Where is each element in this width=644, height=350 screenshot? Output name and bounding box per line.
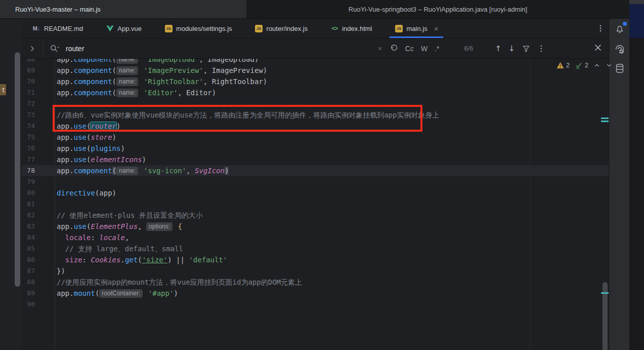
code-line-68[interactable]: 68app.component(name: 'ImageUpload', Ima… — [22, 59, 609, 65]
inspections-ok-indicator[interactable]: 2 — [575, 62, 588, 69]
search-input[interactable]: router — [66, 45, 84, 53]
code-token: 'Editor' — [144, 89, 178, 97]
search-match-marker[interactable] — [601, 118, 609, 119]
line-text: app.use(plugins) — [57, 143, 125, 154]
code-token: app. — [57, 89, 74, 97]
search-match-marker[interactable] — [601, 292, 609, 294]
tab-readme-md[interactable]: M↓README.md — [25, 19, 90, 38]
next-problem-icon[interactable] — [606, 62, 613, 69]
ai-assistant-icon[interactable] — [614, 43, 626, 55]
line-number[interactable]: 73 — [22, 109, 35, 121]
line-number[interactable]: 71 — [22, 87, 35, 98]
line-number[interactable]: 86 — [22, 254, 35, 265]
line-number[interactable]: 70 — [22, 76, 35, 87]
code-token: plugins — [91, 144, 120, 152]
line-number[interactable]: 74 — [22, 121, 35, 132]
line-text: }) — [57, 265, 65, 277]
database-icon[interactable] — [614, 62, 626, 74]
line-number[interactable]: 77 — [22, 154, 35, 165]
line-number[interactable]: 82 — [22, 210, 35, 221]
code-editor[interactable]: 68app.component(name: 'ImageUpload', Ima… — [22, 59, 610, 350]
code-line-81[interactable]: 81 — [22, 199, 609, 210]
code-line-86[interactable]: 86 size: Cookies.get('size') || 'default… — [22, 254, 609, 265]
warnings-count: 2 — [566, 62, 570, 69]
tab-modules-settings-js[interactable]: JSmodules/settings.js — [157, 19, 239, 38]
search-more-options-icon[interactable] — [537, 45, 545, 53]
code-token: directive — [57, 189, 95, 197]
expand-replace-chevron-icon[interactable] — [22, 38, 44, 58]
regex-toggle[interactable]: .* — [435, 45, 439, 53]
line-number[interactable]: 87 — [22, 265, 35, 277]
search-match-marker[interactable] — [601, 121, 609, 122]
code-line-83[interactable]: 83app.use(ElementPlus, options: { — [22, 221, 609, 232]
code-line-87[interactable]: 87}) — [22, 265, 609, 277]
line-number[interactable]: 69 — [22, 65, 35, 76]
code-line-76[interactable]: 76app.use(plugins) — [22, 143, 609, 154]
window-titlebar[interactable]: RuoYi-Vue3-master – main.js — [0, 0, 246, 19]
match-case-toggle[interactable]: Cc — [405, 45, 414, 53]
line-number[interactable]: 81 — [22, 199, 35, 210]
code-token: component — [74, 59, 112, 63]
code-token — [139, 167, 143, 175]
line-number[interactable]: 83 — [22, 221, 35, 232]
search-history-icon[interactable] — [390, 44, 398, 53]
search-mode-icon[interactable] — [50, 44, 60, 53]
code-line-79[interactable]: 79 — [22, 176, 609, 187]
code-line-77[interactable]: 77app.use(elementIcons) — [22, 154, 609, 165]
line-number[interactable]: 76 — [22, 143, 35, 154]
next-occurrence-icon[interactable]: ↓ — [508, 44, 515, 53]
tab-label: router/index.js — [267, 25, 308, 32]
code-token: SvgIcon — [195, 167, 225, 175]
code-token: 'default' — [189, 256, 227, 264]
warnings-indicator[interactable]: 2 — [556, 62, 570, 69]
code-line-82[interactable]: 82// 使用element-plus 并且设置全局的大小 — [22, 210, 609, 221]
line-text: app.component(name: 'ImagePreview', Imag… — [57, 65, 267, 76]
code-line-88[interactable]: 88//使用应用实例app的mount方法，将vue应用挂到页面id为app的D… — [22, 277, 609, 288]
filter-search-results-icon[interactable] — [522, 45, 530, 53]
line-number[interactable]: 90 — [22, 299, 35, 310]
code-line-84[interactable]: 84 locale: locale, — [22, 232, 609, 243]
close-tab-icon[interactable]: × — [434, 24, 439, 33]
close-search-icon[interactable] — [593, 43, 603, 53]
previous-problem-icon[interactable] — [593, 62, 600, 69]
line-number[interactable]: 84 — [22, 232, 35, 243]
code-line-80[interactable]: 80directive(app) — [22, 187, 609, 199]
code-line-85[interactable]: 85 // 支持 large、default、small — [22, 243, 609, 254]
line-number[interactable]: 80 — [22, 187, 35, 199]
code-token: 'svg-icon' — [144, 167, 186, 175]
line-number[interactable]: 75 — [22, 132, 35, 143]
background-window-navy-strip — [629, 4, 644, 38]
tab-router-index-js[interactable]: JSrouter/index.js — [248, 19, 315, 38]
tab-options-menu-icon[interactable] — [595, 23, 606, 34]
inspections-widget: 2 2 — [556, 61, 613, 70]
line-text: app.component(name: 'RightToolbar', Righ… — [57, 76, 267, 87]
left-panel-scrollbar[interactable] — [15, 52, 20, 287]
code-line-71[interactable]: 71app.component(name: 'Editor', Editor) — [22, 87, 609, 98]
code-line-78[interactable]: 78app.component(name: 'svg-icon', SvgIco… — [22, 165, 609, 176]
code-line-75[interactable]: 75app.use(store) — [22, 132, 609, 143]
line-number[interactable]: 89 — [22, 288, 35, 299]
clear-search-icon[interactable]: × — [378, 44, 382, 53]
line-number[interactable]: 85 — [22, 243, 35, 254]
code-line-69[interactable]: 69app.component(name: 'ImagePreview', Im… — [22, 65, 609, 76]
notifications-bell-icon[interactable] — [614, 23, 626, 35]
line-number[interactable]: 88 — [22, 277, 35, 288]
tab-main-js[interactable]: JSmain.js× — [388, 19, 445, 38]
code-line-90[interactable]: 90 — [22, 299, 609, 310]
line-number[interactable]: 78 — [22, 165, 35, 176]
code-token: use — [74, 222, 87, 230]
line-number[interactable]: 72 — [22, 98, 35, 109]
code-line-89[interactable]: 89app.mount(rootContainer: '#app') — [22, 288, 609, 299]
line-number[interactable]: 68 — [22, 59, 35, 65]
code-token: component — [74, 89, 112, 97]
tab-app-vue[interactable]: App.vue — [99, 19, 149, 38]
code-line-70[interactable]: 70app.component(name: 'RightToolbar', Ri… — [22, 76, 609, 87]
background-window-titlebar[interactable]: RuoYi-Vue-springboot3 – RuoYiApplication… — [246, 0, 629, 19]
tab-index-html[interactable]: <>index.html — [323, 19, 379, 38]
previous-occurrence-icon[interactable]: ↑ — [495, 44, 502, 53]
ok-count: 2 — [585, 62, 588, 69]
whole-words-toggle[interactable]: W — [421, 45, 427, 53]
line-number[interactable]: 79 — [22, 176, 35, 187]
code-token: app. — [57, 59, 74, 63]
line-text: locale: locale, — [57, 232, 129, 243]
